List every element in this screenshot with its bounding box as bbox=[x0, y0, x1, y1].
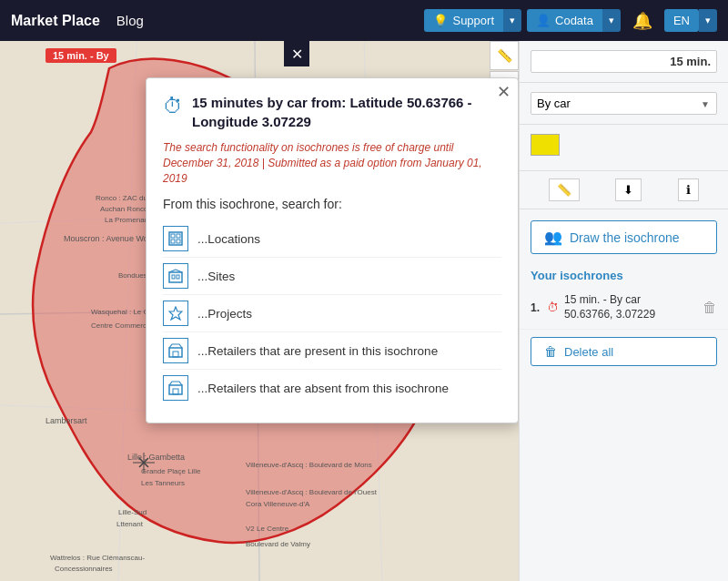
isochrone-list-item: 1. ⏱ 15 min. - By car50.63766, 3.07229 🗑 bbox=[520, 286, 728, 330]
lang-btn-group: EN ▾ bbox=[664, 9, 717, 32]
svg-text:Lille : Gambetta: Lille : Gambetta bbox=[127, 453, 185, 462]
svg-text:Boulevard de Valmy: Boulevard de Valmy bbox=[246, 540, 310, 548]
sites-label: ...Sites bbox=[197, 270, 235, 283]
nav-right: 💡 Support ▾ 👤 Codata ▾ 🔔 EN ▾ bbox=[424, 7, 717, 35]
svg-rect-42 bbox=[172, 275, 175, 279]
delete-all-button[interactable]: 🗑 Delete all bbox=[531, 337, 717, 366]
sidebar-mode-section: By car By foot By bike bbox=[520, 83, 728, 125]
codata-button[interactable]: 👤 Codata bbox=[527, 9, 602, 32]
popup-close-button[interactable]: ✕ bbox=[497, 84, 511, 100]
draw-isochrone-button[interactable]: 👥 Draw the isochrone bbox=[531, 220, 717, 254]
ruler-sidebar-icon: 📏 bbox=[557, 183, 571, 197]
lang-caret[interactable]: ▾ bbox=[699, 9, 717, 32]
isochrone-label: 15 min. - By bbox=[46, 48, 116, 63]
mode-select[interactable]: By car By foot By bike bbox=[531, 92, 717, 115]
color-swatch[interactable] bbox=[531, 134, 560, 156]
time-input[interactable] bbox=[531, 50, 717, 73]
retailers-present-icon bbox=[163, 338, 188, 363]
map-container[interactable]: Mouscron : Avenue Wolfgang Amadeus Mozar… bbox=[0, 41, 519, 581]
download-sidebar-icon: ⬇ bbox=[623, 183, 633, 197]
retailers-absent-icon bbox=[163, 375, 188, 401]
popup-header: ⏱ 15 minutes by car from: Latitude 50.63… bbox=[163, 93, 501, 131]
retailers-present-label: ...Retailers that are present in this is… bbox=[197, 344, 438, 358]
svg-text:Villeneuve-d'Ascq : Boulevard : Villeneuve-d'Ascq : Boulevard de Mons bbox=[246, 461, 372, 469]
popup-sites-item[interactable]: ...Sites bbox=[163, 258, 501, 295]
popup-retailers-absent-item[interactable]: ...Retailers that are absent from this i… bbox=[163, 370, 501, 406]
isochrone-item-text: 15 min. - By car50.63766, 3.07229 bbox=[564, 293, 697, 321]
sites-icon bbox=[163, 263, 188, 289]
support-icon: 💡 bbox=[433, 14, 448, 27]
codata-caret[interactable]: ▾ bbox=[602, 9, 621, 32]
svg-rect-39 bbox=[171, 240, 175, 243]
trash-icon: 🗑 bbox=[703, 300, 717, 315]
draw-icon: 👥 bbox=[544, 229, 562, 246]
isochrone-delete-button[interactable]: 🗑 bbox=[703, 300, 717, 316]
svg-rect-48 bbox=[173, 352, 178, 357]
your-isochrones-title: Your isochrones bbox=[520, 260, 728, 286]
codata-btn-group: 👤 Codata ▾ bbox=[527, 9, 621, 32]
svg-rect-47 bbox=[169, 348, 182, 357]
sidebar-color-section bbox=[520, 125, 728, 171]
svg-rect-49 bbox=[169, 385, 182, 394]
locations-icon bbox=[163, 226, 188, 251]
svg-rect-38 bbox=[177, 234, 180, 238]
support-caret[interactable]: ▾ bbox=[503, 9, 521, 32]
svg-text:Cora Villeneuve-d'A: Cora Villeneuve-d'A bbox=[246, 500, 310, 508]
blog-link[interactable]: Blog bbox=[116, 13, 144, 28]
popup-projects-item[interactable]: ...Projects bbox=[163, 295, 501, 332]
popup-list: ...Locations ...Sites bbox=[163, 220, 501, 406]
svg-marker-46 bbox=[169, 307, 182, 320]
svg-text:V2 Le Centre: V2 Le Centre bbox=[246, 525, 289, 533]
svg-text:Lambersart: Lambersart bbox=[46, 416, 87, 425]
isochrone-number: 1. bbox=[531, 301, 540, 314]
svg-text:Concessionnaires: Concessionnaires bbox=[55, 565, 113, 573]
projects-icon bbox=[163, 301, 188, 326]
sidebar: By car By foot By bike 📏 ⬇ bbox=[519, 41, 728, 581]
bell-button[interactable]: 🔔 bbox=[626, 7, 659, 35]
svg-rect-50 bbox=[173, 389, 178, 394]
svg-text:Wattrelos : Rue Clémanscau-: Wattrelos : Rue Clémanscau- bbox=[50, 554, 146, 562]
info-sidebar-icon: ℹ bbox=[686, 183, 691, 197]
svg-rect-41 bbox=[169, 272, 182, 282]
map-close-button[interactable]: ✕ bbox=[284, 41, 309, 66]
mode-select-wrap: By car By foot By bike bbox=[531, 92, 717, 115]
color-row bbox=[531, 134, 717, 156]
popup-locations-item[interactable]: ...Locations bbox=[163, 220, 501, 258]
svg-text:Villeneuve-d'Ascq : Boulevard : Villeneuve-d'Ascq : Boulevard de l'Ouest bbox=[246, 488, 378, 496]
isochrone-clock-icon: ⏱ bbox=[547, 301, 559, 314]
lang-button[interactable]: EN bbox=[664, 9, 699, 32]
svg-text:Les Tanneurs: Les Tanneurs bbox=[141, 479, 185, 487]
svg-rect-40 bbox=[177, 240, 180, 243]
svg-text:Lttenant: Lttenant bbox=[116, 520, 144, 528]
isochrone-popup: ✕ ⏱ 15 minutes by car from: Latitude 50.… bbox=[146, 77, 519, 423]
popup-retailers-present-item[interactable]: ...Retailers that are present in this is… bbox=[163, 332, 501, 370]
brand-logo: Market Place bbox=[11, 13, 100, 29]
sidebar-time-section bbox=[520, 41, 728, 83]
codata-icon: 👤 bbox=[536, 14, 551, 27]
main-area: Mouscron : Avenue Wolfgang Amadeus Mozar… bbox=[0, 41, 728, 581]
download-sidebar-btn[interactable]: ⬇ bbox=[615, 178, 642, 201]
svg-text:Auchan Roncq: Auchan Roncq bbox=[100, 205, 147, 213]
ruler-tool-button[interactable]: 📏 bbox=[490, 41, 519, 70]
popup-subtitle: From this isochrone, search for: bbox=[163, 197, 501, 211]
popup-notice: The search functionality on isochrones i… bbox=[163, 140, 501, 186]
svg-rect-43 bbox=[177, 275, 179, 279]
ruler-sidebar-btn[interactable]: 📏 bbox=[549, 178, 580, 201]
navbar: Market Place Blog 💡 Support ▾ 👤 Codata ▾… bbox=[0, 0, 728, 41]
retailers-absent-label: ...Retailers that are absent from this i… bbox=[197, 382, 449, 395]
bell-icon: 🔔 bbox=[632, 12, 652, 30]
clock-icon: ⏱ bbox=[163, 95, 183, 118]
draw-btn-container: 👥 Draw the isochrone bbox=[520, 209, 728, 260]
locations-label: ...Locations bbox=[197, 232, 260, 246]
info-sidebar-btn[interactable]: ℹ bbox=[678, 178, 699, 201]
popup-title: 15 minutes by car from: Latitude 50.6376… bbox=[192, 93, 501, 131]
delete-all-icon: 🗑 bbox=[544, 344, 557, 359]
svg-text:Grande Plaçe Lille: Grande Plaçe Lille bbox=[141, 467, 201, 475]
support-button[interactable]: 💡 Support bbox=[424, 9, 503, 32]
svg-rect-37 bbox=[171, 234, 175, 238]
svg-text:Lille-Sud: Lille-Sud bbox=[118, 508, 147, 516]
sidebar-tools-section: 📏 ⬇ ℹ bbox=[520, 171, 728, 209]
support-btn-group: 💡 Support ▾ bbox=[424, 9, 521, 32]
projects-label: ...Projects bbox=[197, 307, 252, 321]
ruler-icon: 📏 bbox=[497, 48, 512, 63]
